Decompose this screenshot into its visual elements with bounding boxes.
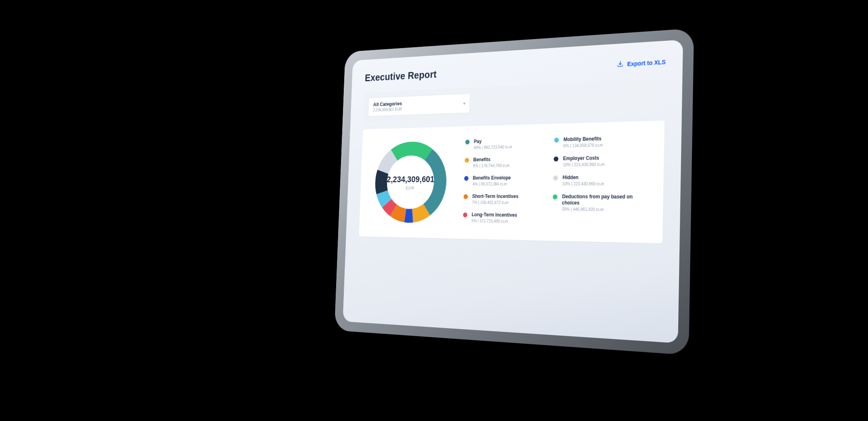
legend-item-name: Mobility Benefits [563,136,603,143]
legend-item-value: 10% | 223,430,960 EUR [563,162,605,167]
legend-item-name: Pay [474,138,512,145]
legend-item[interactable]: Long-Term Incentives5% | 111,715,480 EUR [463,212,529,224]
legend-item-value: 6% | 134,058,576 EUR [563,143,603,148]
legend-color-dot [463,213,468,217]
legend-color-dot [554,156,559,161]
legend-item-value: 7% | 156,401,672 EUR [472,200,519,205]
legend-color-dot [464,194,468,199]
app-screen: Executive Report Export to XLS All Categ… [343,40,683,343]
legend-item-value: 20% | 446,861,920 EUR [562,207,649,212]
legend-item-name: Deductions from pay based on choices [562,194,649,206]
legend-item[interactable]: Employer Costs10% | 223,430,960 EUR [553,154,650,167]
legend-item-name: Long-Term Incentives [472,212,517,218]
legend-item[interactable]: Benefits Envelope4% | 89,372,384 EUR [464,175,530,187]
legend-item[interactable]: Benefits8% | 178,744,768 EUR [464,156,531,168]
legend-item-value: 8% | 178,744,768 EUR [473,163,510,168]
legend-item-name: Benefits Envelope [473,175,511,181]
filter-bar: All Categories 2,234,309,601 EUR ▾ [363,79,665,122]
legend-item-value: 4% | 89,372,384 EUR [472,182,510,186]
chart-card: 2,234,309,601 EUR Pay40% | 893,723,840 E… [359,120,665,243]
download-icon [617,60,624,69]
legend-color-dot [553,194,557,199]
legend-item[interactable]: Short-Term Incentives7% | 156,401,672 EU… [464,194,530,205]
donut-total-value: 2,234,309,601 [387,174,435,184]
legend-item[interactable]: Pay40% | 893,723,840 EUR [465,137,531,150]
export-xls-button[interactable]: Export to XLS [617,57,666,68]
legend-item-name: Benefits [473,156,510,163]
donut-chart: 2,234,309,601 EUR [370,137,451,227]
legend-color-dot [464,176,468,181]
legend-color-dot [465,158,469,163]
page-title: Executive Report [365,68,437,84]
tablet-device-frame: Executive Report Export to XLS All Categ… [335,29,692,354]
legend-item[interactable]: Mobility Benefits6% | 134,058,576 EUR [554,135,650,148]
legend-item[interactable]: Deductions from pay based on choices20% … [553,194,649,212]
export-xls-label: Export to XLS [627,58,666,67]
legend-item[interactable]: Hidden10% | 223,430,960 EUR [553,174,649,186]
legend-color-dot [553,175,558,180]
category-select[interactable]: All Categories 2,234,309,601 EUR ▾ [368,93,470,117]
donut-total-currency: EUR [406,185,414,190]
legend-item-value: 10% | 223,430,960 EUR [562,181,604,186]
legend-item-name: Employer Costs [563,155,605,162]
legend-item-name: Short-Term Incentives [472,194,519,200]
chevron-down-icon: ▾ [463,101,466,106]
legend-item-name: Hidden [563,174,605,181]
legend-item-value: 5% | 111,715,480 EUR [471,219,517,224]
chart-legend: Pay40% | 893,723,840 EURBenefits8% | 178… [463,132,650,226]
legend-color-dot [465,140,470,145]
legend-color-dot [554,138,559,143]
legend-item-value: 40% | 893,723,840 EUR [474,145,512,150]
